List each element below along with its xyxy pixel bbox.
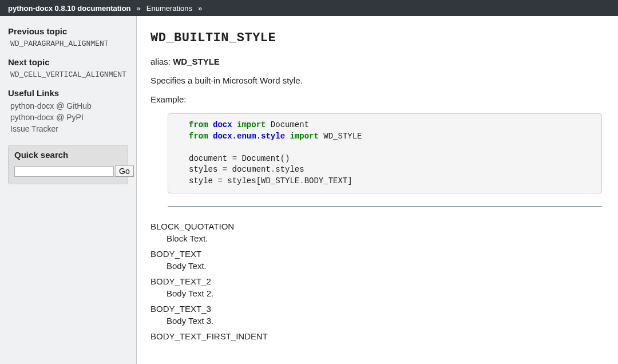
code-example: from docx import Document from docx.enum… — [168, 113, 602, 193]
alias-line: alias: WD_STYLE — [150, 57, 604, 66]
go-button[interactable]: Go — [115, 165, 134, 177]
main-content: WD_BUILTIN_STYLE alias: WD_STYLE Specifi… — [136, 16, 618, 364]
link-github[interactable]: python-docx @ GitHub — [10, 101, 128, 110]
description: Specifies a built-in Microsoft Word styl… — [150, 76, 604, 85]
enum-desc: Body Text 2. — [167, 288, 604, 298]
previous-topic-heading: Previous topic — [8, 26, 128, 36]
quick-search-box: Quick search Go — [8, 145, 128, 184]
enum-desc: Block Text. — [167, 234, 604, 243]
breadcrumb-sep: » — [198, 4, 202, 13]
next-topic-heading: Next topic — [8, 57, 128, 67]
alias-prefix: alias: — [150, 57, 173, 66]
example-label: Example: — [150, 94, 604, 104]
enum-name: BODY_TEXT — [150, 249, 604, 259]
link-issue-tracker[interactable]: Issue Tracker — [10, 124, 128, 133]
divider — [168, 206, 602, 207]
search-input[interactable] — [14, 167, 114, 177]
page-title: WD_BUILTIN_STYLE — [150, 31, 604, 45]
enum-name: BODY_TEXT_2 — [150, 276, 604, 286]
enum-desc: Body Text. — [167, 261, 604, 271]
sidebar: Previous topic WD_PARAGRAPH_ALIGNMENT Ne… — [0, 16, 136, 364]
breadcrumb-section[interactable]: Enumerations — [146, 4, 192, 13]
breadcrumb-sep: » — [137, 4, 141, 13]
breadcrumb-home[interactable]: python-docx 0.8.10 documentation — [8, 4, 131, 13]
link-pypi[interactable]: python-docx @ PyPI — [10, 113, 128, 122]
previous-topic-link[interactable]: WD_PARAGRAPH_ALIGNMENT — [8, 39, 128, 48]
next-topic-link[interactable]: WD_CELL_VERTICAL_ALIGNMENT — [8, 70, 128, 79]
quick-search-heading: Quick search — [14, 150, 122, 160]
enum-name: BLOCK_QUOTATION — [150, 221, 604, 231]
useful-links-heading: Useful Links — [8, 88, 128, 98]
enum-name: BODY_TEXT_FIRST_INDENT — [150, 331, 604, 341]
breadcrumb-bar: python-docx 0.8.10 documentation » Enume… — [0, 0, 618, 16]
enum-list: BLOCK_QUOTATION Block Text. BODY_TEXT Bo… — [150, 221, 604, 341]
alias-value: WD_STYLE — [173, 57, 220, 66]
enum-name: BODY_TEXT_3 — [150, 304, 604, 314]
enum-desc: Body Text 3. — [167, 316, 604, 326]
